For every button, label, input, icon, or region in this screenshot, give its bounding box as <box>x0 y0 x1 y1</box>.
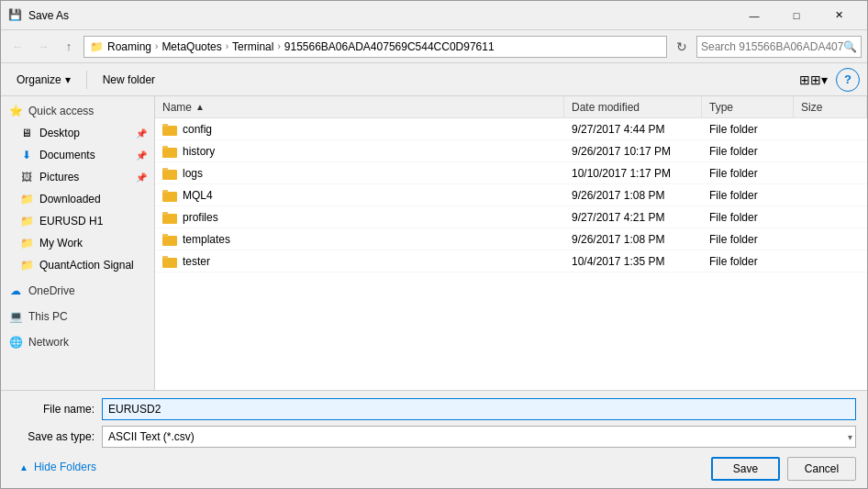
help-button[interactable]: ? <box>836 68 860 92</box>
view-button[interactable]: ⊞⊞ ▾ <box>795 68 832 92</box>
close-button[interactable]: ✕ <box>818 1 860 30</box>
sidebar-item-pictures[interactable]: 🖼 Pictures 📌 <box>1 166 154 188</box>
mywork-label: My Work <box>39 237 83 250</box>
sidebar-item-thispc[interactable]: 💻 This PC <box>1 306 154 328</box>
col-header-date[interactable]: Date modified <box>564 96 702 117</box>
file-name-label: File name: <box>12 403 95 416</box>
save-as-dialog: 💾 Save As — □ ✕ ← → ↑ 📁 Roaming › MetaQu… <box>0 0 868 489</box>
maximize-button[interactable]: □ <box>775 1 818 30</box>
file-name: logs <box>183 167 203 180</box>
file-list-header: Name ▲ Date modified Type Size <box>155 96 867 118</box>
folder-icon <box>162 144 177 159</box>
col-date-label: Date modified <box>572 101 640 114</box>
chevron-icon: ▲ <box>19 462 28 472</box>
title-bar-buttons: — □ ✕ <box>733 1 860 30</box>
file-name: profiles <box>183 211 218 224</box>
back-button[interactable]: ← <box>6 36 28 58</box>
save-type-wrapper: ASCII Text (*.csv)CSV (*.csv)Text (*.txt… <box>102 426 856 448</box>
dialog-title: Save As <box>28 9 733 22</box>
organize-label: Organize <box>17 73 61 86</box>
save-button[interactable]: Save <box>711 457 780 481</box>
eurusdh1-label: EURUSD H1 <box>39 215 103 228</box>
forward-button[interactable]: → <box>32 36 54 58</box>
organize-button[interactable]: Organize ▾ <box>8 68 79 92</box>
path-segment-terminal: Terminal <box>232 40 273 53</box>
table-row[interactable]: history 9/26/2017 10:17 PM File folder <box>155 140 867 162</box>
file-type: File folder <box>702 123 794 136</box>
new-folder-button[interactable]: New folder <box>95 68 163 92</box>
sidebar-item-quick-access[interactable]: ⭐ Quick access <box>1 100 154 122</box>
toolbar: Organize ▾ New folder ⊞⊞ ▾ ? <box>1 63 867 96</box>
file-date: 10/10/2017 1:17 PM <box>564 167 702 180</box>
pictures-icon: 🖼 <box>19 170 34 184</box>
svg-rect-11 <box>162 190 168 193</box>
file-list-area: Name ▲ Date modified Type Size <box>155 96 867 390</box>
file-type: File folder <box>702 167 794 180</box>
sidebar-item-onedrive[interactable]: ☁ OneDrive <box>1 280 154 302</box>
button-row: Save Cancel <box>711 457 856 481</box>
file-name: templates <box>183 233 230 246</box>
svg-rect-20 <box>162 256 168 259</box>
sidebar-item-eurusdh1[interactable]: 📁 EURUSD H1 <box>1 210 154 232</box>
toolbar-separator <box>86 71 87 89</box>
col-header-type[interactable]: Type <box>702 96 794 117</box>
sidebar-item-network[interactable]: 🌐 Network <box>1 331 154 353</box>
table-row[interactable]: profiles 9/27/2017 4:21 PM File folder <box>155 206 867 228</box>
file-name-cell: logs <box>162 166 564 181</box>
file-name: MQL4 <box>183 189 213 202</box>
network-section: 🌐 Network <box>1 331 154 353</box>
folder-icon-quantaction: 📁 <box>19 258 34 272</box>
sidebar-item-desktop[interactable]: 🖥 Desktop 📌 <box>1 122 154 144</box>
table-row[interactable]: config 9/27/2017 4:44 PM File folder <box>155 118 867 140</box>
table-row[interactable]: logs 10/10/2017 1:17 PM File folder <box>155 162 867 184</box>
file-date: 9/26/2017 10:17 PM <box>564 145 702 158</box>
minimize-button[interactable]: — <box>733 1 775 30</box>
path-segment-metaquotes: MetaQuotes <box>161 40 221 53</box>
pc-icon: 💻 <box>8 309 23 324</box>
documents-label: Documents <box>39 149 95 161</box>
col-header-name[interactable]: Name ▲ <box>155 96 564 117</box>
sidebar-item-downloaded[interactable]: 📁 Downloaded <box>1 188 154 210</box>
address-path[interactable]: 📁 Roaming › MetaQuotes › Terminal › 9155… <box>83 36 667 58</box>
file-date: 9/27/2017 4:44 PM <box>564 123 702 136</box>
table-row[interactable]: templates 9/26/2017 1:08 PM File folder <box>155 228 867 250</box>
bottom-bar: File name: Save as type: ASCII Text (*.c… <box>1 390 867 488</box>
sidebar-item-mywork[interactable]: 📁 My Work <box>1 232 154 254</box>
sort-arrow: ▲ <box>195 102 205 112</box>
file-date: 9/27/2017 4:21 PM <box>564 211 702 224</box>
file-name-cell: config <box>162 122 564 137</box>
col-header-size[interactable]: Size <box>794 96 867 117</box>
sidebar-item-quantaction[interactable]: 📁 QuantAction Signal <box>1 254 154 276</box>
documents-icon: ⬇ <box>19 148 34 162</box>
folder-icon <box>162 166 177 181</box>
table-row[interactable]: tester 10/4/2017 1:35 PM File folder <box>155 250 867 272</box>
refresh-button[interactable]: ↻ <box>671 36 693 58</box>
cancel-button[interactable]: Cancel <box>787 457 856 481</box>
new-folder-label: New folder <box>103 73 155 86</box>
file-name-input[interactable] <box>102 398 856 420</box>
path-segment-id: 915566BA06ADA407569C544CC0D97611 <box>284 40 495 53</box>
downloaded-label: Downloaded <box>39 193 101 206</box>
search-box: 🔍 <box>696 36 862 58</box>
onedrive-label: OneDrive <box>28 284 75 297</box>
save-type-row: Save as type: ASCII Text (*.csv)CSV (*.c… <box>12 426 856 448</box>
file-type: File folder <box>702 145 794 158</box>
table-row[interactable]: MQL4 9/26/2017 1:08 PM File folder <box>155 184 867 206</box>
quick-access-label: Quick access <box>28 105 94 117</box>
folder-icon <box>162 254 177 269</box>
path-segment-roaming: Roaming <box>107 40 151 53</box>
pictures-label: Pictures <box>39 171 79 183</box>
file-type: File folder <box>702 255 794 268</box>
search-input[interactable] <box>701 40 843 53</box>
title-bar: 💾 Save As — □ ✕ <box>1 1 867 30</box>
quantaction-label: QuantAction Signal <box>39 259 134 272</box>
address-bar: ← → ↑ 📁 Roaming › MetaQuotes › Terminal … <box>1 30 867 63</box>
onedrive-icon: ☁ <box>8 283 23 298</box>
hide-folders-toggle[interactable]: ▲ Hide Folders <box>12 457 104 477</box>
up-button[interactable]: ↑ <box>58 36 80 58</box>
file-date: 9/26/2017 1:08 PM <box>564 233 702 246</box>
sidebar-item-documents[interactable]: ⬇ Documents 📌 <box>1 144 154 166</box>
file-name: config <box>183 123 212 136</box>
save-type-label: Save as type: <box>12 430 95 443</box>
save-type-select[interactable]: ASCII Text (*.csv)CSV (*.csv)Text (*.txt… <box>102 426 856 448</box>
